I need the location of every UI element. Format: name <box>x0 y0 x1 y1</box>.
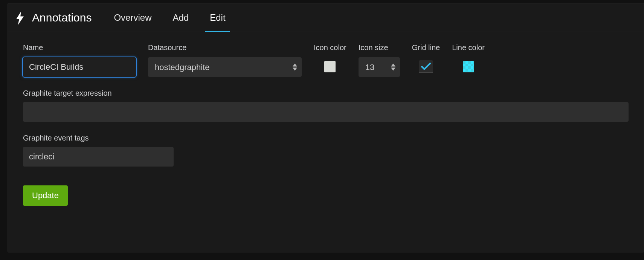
tabs: Overview Add Edit <box>112 3 227 32</box>
label-grid-line: Grid line <box>412 43 440 52</box>
annotations-panel: Annotations Overview Add Edit Name Datas… <box>8 3 644 252</box>
label-name: Name <box>23 43 136 52</box>
check-icon <box>421 62 431 70</box>
field-icon-size: Icon size 13 <box>359 43 400 77</box>
label-datasource: Datasource <box>148 43 302 52</box>
line-color-swatch[interactable] <box>463 61 474 72</box>
bolt-icon <box>16 12 24 24</box>
field-line-color: Line color <box>452 43 485 72</box>
datasource-select[interactable]: hostedgraphite <box>148 57 302 77</box>
tab-overview[interactable]: Overview <box>112 3 153 32</box>
label-target-expression: Graphite target expression <box>23 89 629 98</box>
field-icon-color: Icon color <box>314 43 346 72</box>
label-icon-color: Icon color <box>314 43 346 52</box>
label-line-color: Line color <box>452 43 485 52</box>
grid-line-checkbox[interactable] <box>419 60 433 73</box>
field-grid-line: Grid line <box>412 43 440 73</box>
update-button[interactable]: Update <box>23 185 68 206</box>
page-title: Annotations <box>32 11 92 24</box>
label-event-tags: Graphite event tags <box>23 134 629 142</box>
panel-header: Annotations Overview Add Edit <box>8 3 644 32</box>
icon-size-select[interactable]: 13 <box>359 57 400 77</box>
form-row-top: Name Datasource hostedgraphite Icon colo… <box>23 43 629 77</box>
icon-size-select-wrap: 13 <box>359 57 400 77</box>
name-input[interactable] <box>23 57 136 77</box>
field-datasource: Datasource hostedgraphite <box>148 43 302 77</box>
event-tags-input[interactable] <box>23 147 174 167</box>
icon-color-swatch[interactable] <box>324 61 336 72</box>
tab-edit[interactable]: Edit <box>208 3 227 32</box>
form-content: Name Datasource hostedgraphite Icon colo… <box>8 32 644 206</box>
target-expression-input[interactable] <box>23 102 629 122</box>
tab-add[interactable]: Add <box>171 3 190 32</box>
label-icon-size: Icon size <box>359 43 400 52</box>
datasource-select-wrap: hostedgraphite <box>148 57 302 77</box>
field-name: Name <box>23 43 136 77</box>
